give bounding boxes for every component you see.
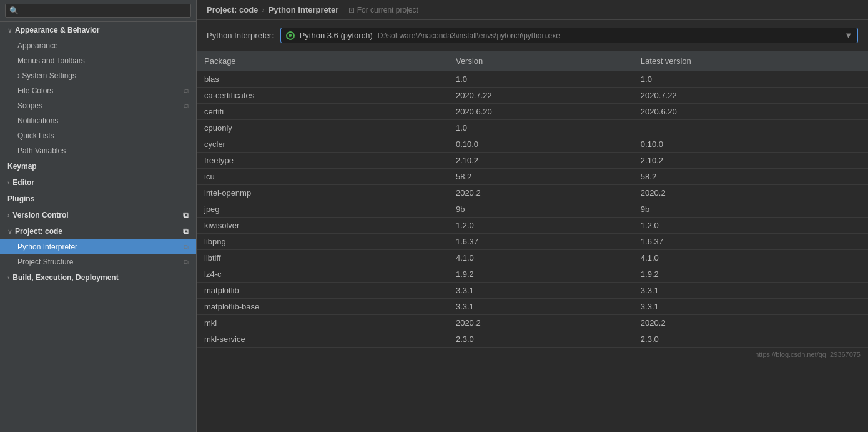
table-cell-latest: 58.2 — [633, 169, 868, 185]
table-cell-package: jpeg — [197, 201, 448, 218]
copy-icon: ⧉ — [183, 211, 189, 219]
section-label: Appearance & Behavior — [15, 26, 99, 34]
interpreter-dropdown[interactable]: Python 3.6 (pytorch) D:\software\Anacond… — [280, 28, 858, 43]
table-row[interactable]: kiwisolver1.2.01.2.0 — [197, 218, 868, 234]
table-header-row: Package Version Latest version — [197, 51, 868, 71]
table-row[interactable]: matplotlib3.3.13.3.1 — [197, 283, 868, 299]
packages-table: Package Version Latest version blas1.01.… — [197, 51, 868, 432]
search-box[interactable] — [0, 0, 196, 22]
table-cell-package: mkl-service — [197, 331, 448, 348]
sidebar-item-quick-lists[interactable]: Quick Lists — [0, 128, 196, 143]
sidebar-item-label: Python Interpreter — [17, 243, 77, 251]
sidebar-item-label: Notifications — [17, 116, 58, 125]
sidebar-item-label: File Colors — [17, 86, 53, 95]
table-cell-version: 2.3.0 — [448, 331, 633, 348]
section-header-project-code[interactable]: ∨ Project: code ⧉ — [0, 223, 196, 239]
sidebar-item-project-structure[interactable]: Project Structure ⧉ — [0, 254, 196, 269]
copy-icon: ⧉ — [183, 227, 189, 236]
table-cell-latest: 2020.6.20 — [633, 104, 868, 120]
sidebar-item-system-settings[interactable]: › System Settings — [0, 68, 196, 83]
table-cell-package: icu — [197, 169, 448, 185]
table-row[interactable]: intel-openmp2020.22020.2 — [197, 185, 868, 201]
chevron-icon: › — [7, 179, 9, 186]
interpreter-name: Python 3.6 (pytorch) — [300, 31, 373, 40]
table-row[interactable]: certifi2020.6.202020.6.20 — [197, 104, 868, 120]
sidebar-item-path-variables[interactable]: Path Variables — [0, 143, 196, 158]
sidebar-item-label: Quick Lists — [17, 131, 54, 140]
breadcrumb-note: ⊡ For current project — [348, 6, 418, 14]
table-cell-package: matplotlib-base — [197, 299, 448, 315]
sidebar-item-file-colors[interactable]: File Colors ⧉ — [0, 83, 196, 98]
section-header-keymap[interactable]: Keymap — [0, 158, 196, 174]
section-header-plugins[interactable]: Plugins — [0, 191, 196, 207]
table-cell-latest: 2.3.0 — [633, 331, 868, 348]
sidebar: ∨ Appearance & Behavior Appearance Menus… — [0, 0, 197, 432]
table-cell-latest: 4.1.0 — [633, 250, 868, 266]
table-cell-latest: 9b — [633, 201, 868, 218]
section-label: Keymap — [7, 162, 37, 171]
chevron-icon: › — [7, 274, 9, 281]
section-header-appearance-behavior[interactable]: ∨ Appearance & Behavior — [0, 22, 196, 38]
dropdown-arrow-icon: ▼ — [844, 31, 852, 40]
col-package: Package — [197, 51, 448, 71]
section-version-control: › Version Control ⧉ — [0, 207, 196, 223]
table-cell-latest: 2020.2 — [633, 315, 868, 331]
table-cell-package: ca-certificates — [197, 88, 448, 104]
table-row[interactable]: ca-certificates2020.7.222020.7.22 — [197, 88, 868, 104]
section-build-exec-deploy: › Build, Execution, Deployment — [0, 269, 196, 286]
table-cell-package: libtiff — [197, 250, 448, 266]
search-input[interactable] — [5, 4, 191, 18]
project-code-items: Python Interpreter ⧉ Project Structure ⧉ — [0, 239, 196, 269]
sidebar-item-menus-toolbars[interactable]: Menus and Toolbars — [0, 53, 196, 68]
table-cell-package: cycler — [197, 136, 448, 153]
interpreter-path: D:\software\Anaconda3\install\envs\pytor… — [378, 31, 560, 40]
chevron-icon: › — [7, 212, 9, 219]
section-header-build-exec-deploy[interactable]: › Build, Execution, Deployment — [0, 269, 196, 286]
section-header-editor[interactable]: › Editor — [0, 174, 196, 191]
table-row[interactable]: blas1.01.0 — [197, 71, 868, 88]
table-row[interactable]: matplotlib-base3.3.13.3.1 — [197, 299, 868, 315]
section-appearance-behavior: ∨ Appearance & Behavior Appearance Menus… — [0, 22, 196, 158]
table-cell-version: 1.2.0 — [448, 218, 633, 234]
sidebar-item-scopes[interactable]: Scopes ⧉ — [0, 98, 196, 113]
chevron-icon: ∨ — [7, 27, 12, 34]
table-row[interactable]: icu58.258.2 — [197, 169, 868, 185]
table-cell-package: libpng — [197, 234, 448, 250]
section-header-version-control[interactable]: › Version Control ⧉ — [0, 207, 196, 223]
status-indicator — [286, 31, 295, 40]
table-row[interactable]: jpeg9b9b — [197, 201, 868, 218]
table-cell-latest — [633, 120, 868, 136]
table-row[interactable]: mkl2020.22020.2 — [197, 315, 868, 331]
breadcrumb: Project: code › Python Interpreter ⊡ For… — [197, 0, 868, 20]
table-cell-latest: 1.2.0 — [633, 218, 868, 234]
table-row[interactable]: lz4-c1.9.21.9.2 — [197, 266, 868, 283]
table-cell-version: 4.1.0 — [448, 250, 633, 266]
breadcrumb-project: Project: code — [207, 5, 258, 14]
table-row[interactable]: libpng1.6.371.6.37 — [197, 234, 868, 250]
table-row[interactable]: freetype2.10.22.10.2 — [197, 153, 868, 169]
table-cell-package: matplotlib — [197, 283, 448, 299]
table-cell-latest: 2.10.2 — [633, 153, 868, 169]
table-row[interactable]: mkl-service2.3.02.3.0 — [197, 331, 868, 348]
section-label: Build, Execution, Deployment — [12, 273, 118, 282]
copy-icon: ⧉ — [184, 87, 189, 95]
table-row[interactable]: cpuonly1.0 — [197, 120, 868, 136]
interpreter-label: Python Interpreter: — [207, 31, 274, 40]
table-cell-package: kiwisolver — [197, 218, 448, 234]
table-cell-latest: 3.3.1 — [633, 299, 868, 315]
table-cell-version: 2020.2 — [448, 315, 633, 331]
sidebar-item-label: Appearance — [17, 41, 58, 50]
table-cell-package: freetype — [197, 153, 448, 169]
note-icon: ⊡ — [348, 6, 355, 14]
section-label: Version Control — [12, 211, 68, 219]
col-version: Version — [448, 51, 633, 71]
table-row[interactable]: cycler0.10.00.10.0 — [197, 136, 868, 153]
table-cell-version: 1.6.37 — [448, 234, 633, 250]
section-label: Project: code — [15, 227, 62, 236]
sidebar-item-notifications[interactable]: Notifications — [0, 113, 196, 128]
table-row[interactable]: libtiff4.1.04.1.0 — [197, 250, 868, 266]
sidebar-item-appearance[interactable]: Appearance — [0, 38, 196, 53]
sidebar-item-label: › System Settings — [17, 71, 76, 80]
sidebar-item-python-interpreter[interactable]: Python Interpreter ⧉ — [0, 239, 196, 254]
col-latest: Latest version — [633, 51, 868, 71]
